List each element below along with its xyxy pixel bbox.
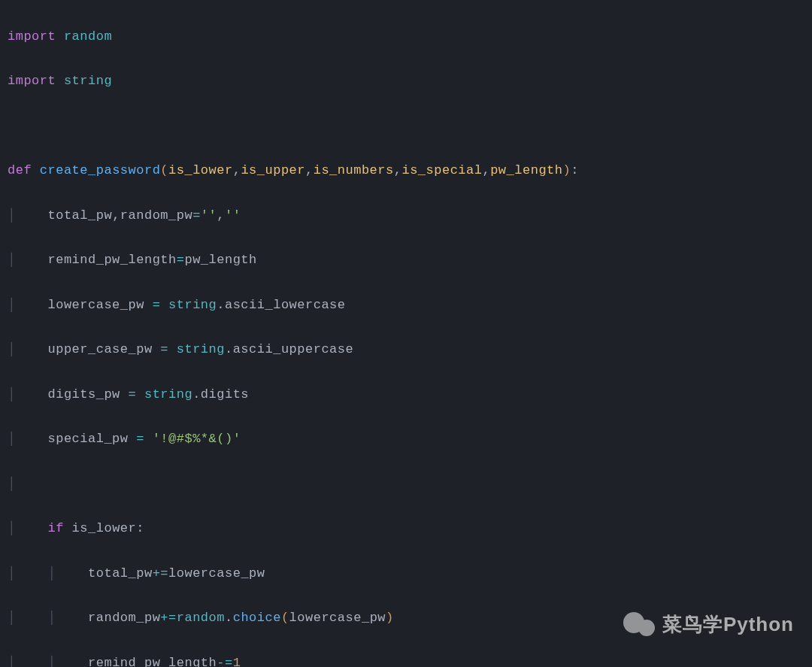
code-line: │ total_pw,random_pw='','' xyxy=(8,205,804,227)
kw-def: def xyxy=(8,163,32,177)
module-random: random xyxy=(56,29,112,44)
identifier: random_pw xyxy=(88,611,160,625)
code-line: │ │ total_pw+=lowercase_pw xyxy=(8,562,804,585)
attr: .ascii_lowercase xyxy=(217,298,345,312)
param: is_lower xyxy=(168,163,233,177)
code-line: │ special_pw = '!@#$%*&()' xyxy=(8,428,804,450)
kw-import: import xyxy=(8,29,56,44)
code-line: │ upper_case_pw = string.ascii_uppercase xyxy=(8,338,804,361)
blank-line: │ xyxy=(8,473,804,496)
identifier: total_pw xyxy=(16,208,112,223)
identifier: random_pw xyxy=(120,208,192,223)
identifier: upper_case_pw xyxy=(16,342,161,356)
blank-line xyxy=(8,115,804,138)
wechat-watermark: 菜鸟学Python xyxy=(623,608,794,642)
watermark-text: 菜鸟学Python xyxy=(662,608,794,642)
code-editor: import random import string def create_p… xyxy=(0,0,812,667)
module-string: string xyxy=(168,298,217,312)
string: '!@#$%*&()' xyxy=(153,432,241,446)
code-line: import string xyxy=(8,70,804,92)
identifier: remind_pw_length xyxy=(16,253,177,267)
param: is_numbers xyxy=(314,163,394,177)
attr: .digits xyxy=(192,387,249,402)
param: pw_length xyxy=(490,163,562,177)
code-line: │ lowercase_pw = string.ascii_lowercase xyxy=(8,294,804,317)
identifier: pw_length xyxy=(184,253,256,267)
identifier: remind_pw_length xyxy=(88,656,217,667)
code-line: def create_password(is_lower,is_upper,is… xyxy=(8,159,804,182)
identifier: is_lower xyxy=(64,521,136,535)
attr: .ascii_uppercase xyxy=(225,342,353,356)
module-string: string xyxy=(177,342,225,356)
code-line: │ if is_lower: xyxy=(8,517,804,540)
fn-name: create_password xyxy=(32,163,160,177)
param: is_special xyxy=(401,163,482,177)
code-line: import random xyxy=(8,26,804,48)
string: '' xyxy=(201,208,217,223)
identifier: lowercase_pw xyxy=(289,611,386,625)
identifier: lowercase_pw xyxy=(16,298,153,312)
identifier: total_pw xyxy=(88,566,153,581)
code-line: │ │ remind_pw_length-=1 xyxy=(8,652,804,667)
wechat-icon xyxy=(623,609,658,639)
fn-call: choice xyxy=(233,611,281,625)
code-line: │ digits_pw = string.digits xyxy=(8,384,804,406)
code-line: │ remind_pw_length=pw_length xyxy=(8,249,804,271)
number: 1 xyxy=(233,656,241,667)
module-random: random xyxy=(177,611,225,625)
module-string: string xyxy=(56,74,112,88)
param: is_upper xyxy=(241,163,305,177)
kw-if: if xyxy=(48,521,64,535)
identifier: lowercase_pw xyxy=(168,566,265,581)
module-string: string xyxy=(144,387,192,402)
kw-import: import xyxy=(8,74,56,88)
identifier: special_pw xyxy=(16,432,137,446)
identifier: digits_pw xyxy=(16,387,129,402)
string: '' xyxy=(225,208,241,223)
